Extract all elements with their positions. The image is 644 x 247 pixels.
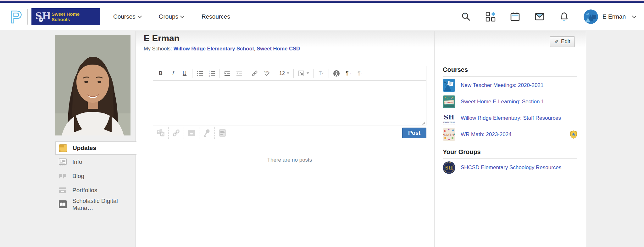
caret-down-icon — [287, 72, 289, 74]
ltr-paragraph-icon[interactable]: ¶ → — [345, 70, 352, 77]
svg-text:WILLOW RIDGE: WILLOW RIDGE — [443, 121, 455, 123]
pilcrow-glyph: ¶ — [346, 71, 348, 76]
search-icon[interactable] — [461, 12, 471, 22]
badge-shield-icon — [570, 130, 577, 139]
attach-poll-button[interactable] — [215, 127, 230, 139]
svg-text:2: 2 — [209, 72, 210, 75]
toolbar-group-link-spell: ABC — [247, 69, 275, 78]
info-newspaper-icon — [58, 158, 67, 166]
insert-content-icon — [298, 70, 305, 77]
menu-courses[interactable]: Courses — [113, 13, 141, 20]
svg-text:MATH: MATH — [444, 133, 454, 137]
my-schools-label: My Schools: — [144, 46, 172, 51]
apps-grid-icon[interactable] — [486, 12, 496, 22]
pencil-icon: ✎ — [554, 39, 558, 45]
font-size-dropdown[interactable]: 12 — [279, 70, 289, 77]
attach-resource-button[interactable] — [184, 127, 199, 139]
menu-courses-label: Courses — [113, 13, 136, 20]
indent-icon[interactable] — [224, 70, 231, 77]
course-row: E-LEARNING Sweet Home E-Learning: Sectio… — [443, 95, 577, 108]
insert-content-dropdown[interactable] — [298, 70, 309, 77]
attach-audio-button[interactable] — [199, 127, 215, 139]
course-link[interactable]: New Teacher Meetings: 2020-2021 — [461, 82, 543, 89]
school-crest-icon: SH — [33, 9, 50, 24]
edit-button-label: Edit — [561, 38, 570, 45]
edit-profile-button[interactable]: ✎ Edit — [550, 36, 575, 47]
font-size-value: 12 — [279, 71, 285, 76]
svg-text:SH: SH — [445, 165, 453, 171]
profile-photo[interactable] — [55, 35, 130, 135]
attach-media-icon — [155, 128, 166, 138]
sidebar-item-info[interactable]: Info — [55, 155, 136, 169]
microphone-icon — [202, 128, 212, 138]
school-separator: , — [254, 46, 255, 51]
sidebar-item-blog[interactable]: Blog — [55, 169, 136, 183]
sidebar-item-portfolios[interactable]: Portfolios — [55, 183, 136, 197]
pilcrow-glyph: ¶ — [358, 71, 360, 76]
attach-link-button[interactable] — [169, 127, 184, 139]
insert-link-icon[interactable] — [251, 70, 258, 77]
course-link[interactable]: Sweet Home E-Learning: Section 1 — [461, 99, 544, 105]
right-rail-divider — [434, 31, 435, 247]
group-row: SH SHCSD Elementary Schoology Resources — [443, 161, 577, 174]
accessibility-checker-icon[interactable] — [333, 70, 340, 77]
chevron-down-icon — [180, 14, 185, 18]
powerschool-logo-icon[interactable]: P — [9, 7, 24, 26]
sidebar-item-scholastic[interactable]: Scholastic Digital Mana… — [55, 197, 136, 211]
sidebar-item-label: Portfolios — [72, 187, 97, 194]
numbered-list-icon[interactable]: 1 2 3 — [208, 70, 215, 77]
svg-text:1: 1 — [209, 70, 210, 72]
course-icon-wr-math[interactable]: MATH — [443, 128, 455, 141]
school-logo[interactable]: SH Sweet Home Schools — [31, 8, 100, 25]
profile-side-menu: Updates Info Blog — [55, 141, 136, 211]
post-button[interactable]: Post — [402, 128, 426, 138]
school-link-willow-ridge[interactable]: Willow Ridge Elementary School — [173, 46, 254, 51]
sidebar-item-updates[interactable]: Updates — [55, 141, 136, 155]
outdent-icon[interactable] — [236, 70, 243, 77]
calendar-icon[interactable] — [510, 12, 520, 22]
chevron-down-icon — [137, 14, 142, 18]
post-editor-input[interactable] — [153, 81, 426, 125]
messages-icon[interactable] — [535, 12, 545, 22]
attach-media-button[interactable] — [153, 127, 169, 139]
schoology-profile-page: P SH Sweet Home Schools Courses — [0, 0, 644, 247]
attach-link-icon — [171, 128, 181, 138]
bullet-list-icon[interactable] — [197, 70, 203, 77]
rtl-arrow: ← — [361, 71, 363, 76]
menu-groups[interactable]: Groups — [159, 13, 184, 20]
groups-section: Your Groups SH SHCSD Elementary Schoolog… — [443, 148, 577, 174]
italic-icon[interactable]: I — [169, 70, 176, 77]
resize-handle-icon[interactable] — [422, 121, 425, 125]
course-link[interactable]: Willow Ridge Elementary: Staff Resources — [461, 115, 561, 121]
chevron-down-icon — [632, 14, 636, 18]
course-row: New Teacher Meetings: 2020-2021 — [443, 79, 577, 92]
notifications-bell-icon[interactable] — [559, 12, 569, 22]
course-icon-new-teacher-meetings[interactable] — [443, 79, 455, 92]
toolbar-group-indent — [220, 69, 247, 78]
course-link[interactable]: WR Math: 2023-2024 — [461, 131, 512, 138]
post-editor: B I U 1 2 3 — [153, 66, 426, 125]
course-icon-willow-ridge[interactable]: SH WILLOW RIDGE — [443, 112, 455, 124]
courses-divider — [443, 76, 577, 77]
underline-icon[interactable]: U — [181, 70, 188, 77]
clear-t-glyph: T — [319, 71, 322, 76]
menu-groups-label: Groups — [159, 13, 178, 20]
group-icon-shcsd[interactable]: SH — [443, 161, 455, 174]
bold-icon[interactable]: B — [157, 70, 164, 77]
post-button-label: Post — [408, 130, 420, 136]
clear-formatting-icon[interactable]: Tx — [318, 70, 325, 77]
page-title: E Erman — [144, 33, 180, 43]
course-icon-e-learning[interactable]: E-LEARNING — [443, 95, 455, 108]
right-rail: Courses New Teacher Meetings: 2020-2021 — [443, 66, 577, 178]
menu-resources[interactable]: Resources — [202, 13, 230, 20]
toolbar-group-insert — [294, 69, 314, 78]
rtl-paragraph-icon[interactable]: ¶ ← — [357, 70, 364, 77]
svg-text:3: 3 — [209, 75, 210, 77]
spell-check-icon[interactable]: ABC — [263, 70, 271, 77]
school-link-sweet-home-csd[interactable]: Sweet Home CSD — [257, 46, 300, 51]
school-name: Sweet Home Schools — [52, 11, 80, 22]
navbar-right: E Erman — [461, 3, 636, 31]
group-link[interactable]: SHCSD Elementary Schoology Resources — [461, 164, 561, 171]
svg-text:P: P — [10, 7, 22, 26]
user-menu[interactable]: E Erman — [584, 9, 636, 24]
